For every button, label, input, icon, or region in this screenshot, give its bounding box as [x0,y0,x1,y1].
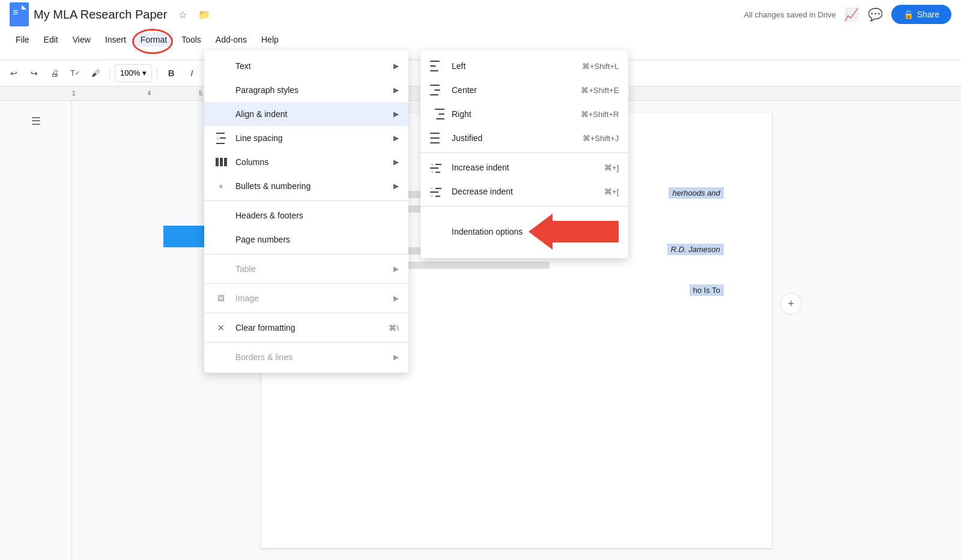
paint-format-button[interactable]: 🖌 [86,64,105,82]
trending-icon[interactable]: 📈 [843,6,860,23]
align-indent-icon [214,107,228,121]
add-comment-button[interactable]: + [780,293,802,315]
align-justified-shortcut: ⌘+Shift+J [583,134,619,143]
print-button[interactable]: 🖨 [46,64,64,82]
format-page-numbers-label: Page numbers [235,235,399,244]
format-dropdown-menu: Text ▶ Paragraph styles ▶ Align & indent… [204,50,408,373]
increase-indent-icon: → → [430,162,444,173]
format-paragraph-styles-item[interactable]: Paragraph styles ▶ [204,78,408,102]
decrease-indent-shortcut: ⌘+[ [604,187,619,196]
right-actions: All changes saved in Drive 📈 💬 🔒 Share [744,5,951,24]
format-line-spacing-label: Line spacing [235,133,389,143]
separator-5 [204,342,408,343]
format-image-label: Image [235,294,389,303]
menu-view[interactable]: View [67,32,97,47]
clear-formatting-icon: ✕ [214,321,228,335]
format-headers-footers-item[interactable]: Headers & footers [204,203,408,227]
headers-footers-icon [214,208,228,223]
paragraph-arrow-icon: ▶ [393,86,399,94]
format-columns-label: Columns [235,157,389,167]
format-bullets-numbering-item[interactable]: ≡ Bullets & numbering ▶ [204,174,408,198]
format-image-item[interactable]: 🖼 Image ▶ [204,286,408,310]
outline-icon[interactable]: ☰ [25,110,47,132]
format-text-label: Text [235,61,389,71]
format-table-label: Table [235,264,389,274]
image-format-icon: 🖼 [214,291,228,306]
align-left-icon [430,61,444,71]
clear-formatting-shortcut: ⌘\ [389,324,399,333]
format-headers-footers-label: Headers & footers [235,211,399,220]
paragraph-styles-icon [214,83,228,97]
bullets-numbering-icon: ≡ [214,179,228,193]
separator-3 [204,283,408,284]
align-center-icon [430,85,444,95]
undo-button[interactable]: ↩ [5,64,23,82]
format-borders-lines-label: Borders & lines [235,352,389,362]
increase-indent-item[interactable]: → → Increase indent ⌘+] [420,155,628,179]
highlighted-text-2: R.D. Jameson [667,244,724,255]
zoom-value: 100% [120,68,140,77]
lock-icon: 🔒 [903,10,914,19]
format-columns-item[interactable]: Columns ▶ [204,150,408,174]
decrease-indent-label: Decrease indent [452,187,604,196]
bullets-arrow-icon: ▶ [393,182,399,190]
format-align-indent-item[interactable]: Align & indent ▶ [204,102,408,126]
borders-arrow-icon: ▶ [393,353,399,361]
menu-tools[interactable]: Tools [175,32,207,47]
format-line-spacing-item[interactable]: ↕ Line spacing ▶ [204,126,408,150]
menu-addons[interactable]: Add-ons [210,32,253,47]
menu-bar: File Edit View Insert Format Tools Add-o… [0,29,961,50]
menu-insert[interactable]: Insert [99,32,132,47]
share-button-label: Share [917,10,939,19]
star-icon[interactable]: ☆ [174,6,191,23]
red-arrow-annotation [529,214,619,250]
columns-icon [214,155,228,169]
red-arrow-body [553,221,619,242]
share-button[interactable]: 🔒 Share [891,5,951,24]
document-title[interactable]: My MLA Research Paper [34,8,167,22]
format-highlight-circle [132,29,173,54]
format-table-item[interactable]: Table ▶ [204,257,408,281]
align-right-label: Right [452,109,581,119]
format-align-indent-label: Align & indent [235,109,389,119]
align-center-item[interactable]: Center ⌘+Shift+E [420,78,628,102]
menu-file[interactable]: File [10,32,35,47]
indentation-options-label: Indentation options [452,227,523,236]
text-arrow-icon: ▶ [393,62,399,70]
format-page-numbers-item[interactable]: Page numbers [204,227,408,251]
docs-app-icon: ≡ [10,2,29,26]
separator-1 [204,200,408,201]
align-indent-submenu: Left ⌘+Shift+L Center ⌘+Shift+E Right ⌘+… [420,50,628,258]
title-row: ≡ My MLA Research Paper ☆ 📁 All changes … [0,0,961,29]
align-justified-icon [430,133,444,143]
spellcheck-button[interactable]: T✓ [66,64,84,82]
bold-button[interactable]: B [162,64,180,82]
align-justified-label: Justified [452,133,583,143]
decrease-indent-icon: ← ← [430,186,444,197]
format-text-item[interactable]: Text ▶ [204,54,408,78]
separator-2 [157,67,157,79]
format-clear-formatting-item[interactable]: ✕ Clear formatting ⌘\ [204,316,408,340]
format-clear-formatting-label: Clear formatting [235,323,379,333]
menu-edit[interactable]: Edit [38,32,64,47]
align-left-shortcut: ⌘+Shift+L [582,62,619,71]
text-icon [214,59,228,73]
comments-icon[interactable]: 💬 [867,6,884,23]
align-justified-item[interactable]: Justified ⌘+Shift+J [420,126,628,150]
line-spacing-arrow-icon: ▶ [393,134,399,142]
indentation-options-item[interactable]: Indentation options [420,209,628,254]
folder-icon[interactable]: 📁 [196,6,213,23]
highlighted-text-1: herhoods and [668,187,724,199]
menu-help[interactable]: Help [255,32,285,47]
zoom-selector[interactable]: 100% ▾ [115,64,152,82]
italic-button[interactable]: I [183,64,201,82]
align-separator-1 [420,152,628,153]
align-right-item[interactable]: Right ⌘+Shift+R [420,102,628,126]
decrease-indent-item[interactable]: ← ← Decrease indent ⌘+[ [420,179,628,203]
format-borders-lines-item[interactable]: Borders & lines ▶ [204,345,408,369]
redo-button[interactable]: ↪ [25,64,43,82]
align-left-item[interactable]: Left ⌘+Shift+L [420,54,628,78]
align-separator-2 [420,206,628,206]
align-right-icon [430,109,444,119]
menu-format[interactable]: Format [135,32,173,47]
